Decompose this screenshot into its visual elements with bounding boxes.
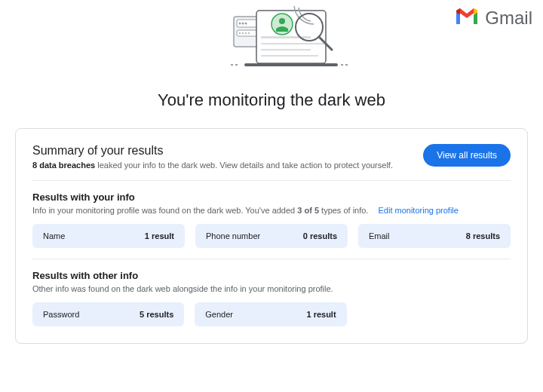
chip-name[interactable]: Name 1 result <box>32 224 185 248</box>
chip-label: Email <box>369 231 390 240</box>
hero-illustration <box>210 6 360 78</box>
summary-header: Summary of your results 8 data breaches … <box>32 144 511 170</box>
svg-point-16 <box>279 18 285 24</box>
section-your-info-title: Results with your info <box>32 191 511 203</box>
divider <box>32 180 511 181</box>
edit-monitoring-profile-link[interactable]: Edit monitoring profile <box>379 206 459 215</box>
other-info-chips: Password 5 results Gender 1 result <box>32 302 511 326</box>
section-other-info-title: Results with other info <box>32 270 511 281</box>
breach-count: 8 data breaches <box>32 161 95 170</box>
chip-count: 8 results <box>466 231 500 240</box>
chip-count: 1 result <box>306 310 336 319</box>
results-card: Summary of your results 8 data breaches … <box>15 128 528 344</box>
brand-name: Gmail <box>485 8 532 29</box>
gmail-logo-icon <box>455 8 479 29</box>
svg-point-8 <box>245 32 247 34</box>
view-all-results-button[interactable]: View all results <box>423 144 511 167</box>
chip-count: 1 result <box>145 231 174 240</box>
svg-point-6 <box>239 32 241 34</box>
svg-point-9 <box>248 32 250 34</box>
your-info-chips: Name 1 result Phone number 0 results Ema… <box>32 224 511 248</box>
summary-subtitle: 8 data breaches leaked your info to the … <box>32 161 393 170</box>
brand: Gmail <box>455 8 532 29</box>
svg-point-7 <box>242 32 244 34</box>
chip-email[interactable]: Email 8 results <box>358 224 511 248</box>
divider <box>32 259 511 259</box>
chip-phone[interactable]: Phone number 0 results <box>195 224 348 248</box>
chip-label: Gender <box>205 310 233 319</box>
chip-count: 0 results <box>303 231 337 240</box>
svg-point-3 <box>242 23 244 25</box>
chip-gender[interactable]: Gender 1 result <box>195 302 346 326</box>
page-title: You're monitoring the dark web <box>0 90 543 110</box>
svg-rect-19 <box>244 63 338 66</box>
svg-rect-11 <box>261 36 311 38</box>
section-your-info-sub: Info in your monitoring profile was foun… <box>32 206 511 215</box>
svg-point-4 <box>245 23 247 25</box>
svg-point-2 <box>239 23 241 25</box>
section-other-info-sub: Other info was found on the dark web alo… <box>32 284 511 293</box>
chip-label: Name <box>43 231 65 240</box>
summary-title: Summary of your results <box>32 144 393 158</box>
chip-label: Password <box>43 310 79 319</box>
chip-password[interactable]: Password 5 results <box>32 302 184 326</box>
chip-count: 5 results <box>140 310 173 319</box>
chip-label: Phone number <box>206 231 260 240</box>
